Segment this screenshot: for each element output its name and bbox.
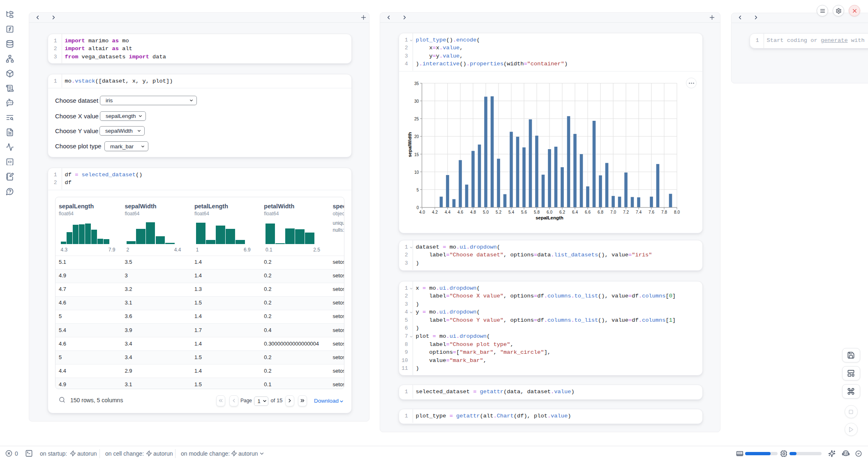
svg-text:6.8: 6.8 [598,210,603,214]
svg-text:7.2: 7.2 [623,210,629,214]
svg-text:30: 30 [414,99,419,104]
svg-text:20: 20 [414,134,419,139]
svg-text:4.6: 4.6 [457,210,463,214]
svg-text:4.2: 4.2 [432,210,438,214]
svg-text:6.0: 6.0 [547,210,552,214]
svg-text:4.8: 4.8 [470,210,476,214]
svg-text:0: 0 [416,205,419,210]
svg-text:10: 10 [414,170,419,175]
svg-text:7.8: 7.8 [661,210,667,214]
svg-text:7.0: 7.0 [610,210,616,214]
svg-text:15: 15 [414,152,419,157]
svg-text:5: 5 [416,188,419,192]
svg-text:5.0: 5.0 [483,210,489,214]
svg-text:7.4: 7.4 [636,210,642,214]
svg-text:5.2: 5.2 [496,210,501,214]
svg-text:8.0: 8.0 [674,210,680,214]
svg-text:sepalLength: sepalLength [536,215,563,220]
svg-text:5.4: 5.4 [508,210,514,214]
svg-text:4.0: 4.0 [419,210,425,214]
svg-text:6.2: 6.2 [559,210,565,214]
svg-text:7.6: 7.6 [649,210,654,214]
svg-text:sepalWidth: sepalWidth [407,132,412,157]
svg-text:6.6: 6.6 [585,210,591,214]
svg-text:35: 35 [414,81,419,86]
svg-text:5.6: 5.6 [521,210,527,214]
svg-text:4.4: 4.4 [445,210,450,214]
svg-text:25: 25 [414,117,419,121]
svg-text:5.8: 5.8 [534,210,540,214]
svg-text:6.4: 6.4 [572,210,578,214]
